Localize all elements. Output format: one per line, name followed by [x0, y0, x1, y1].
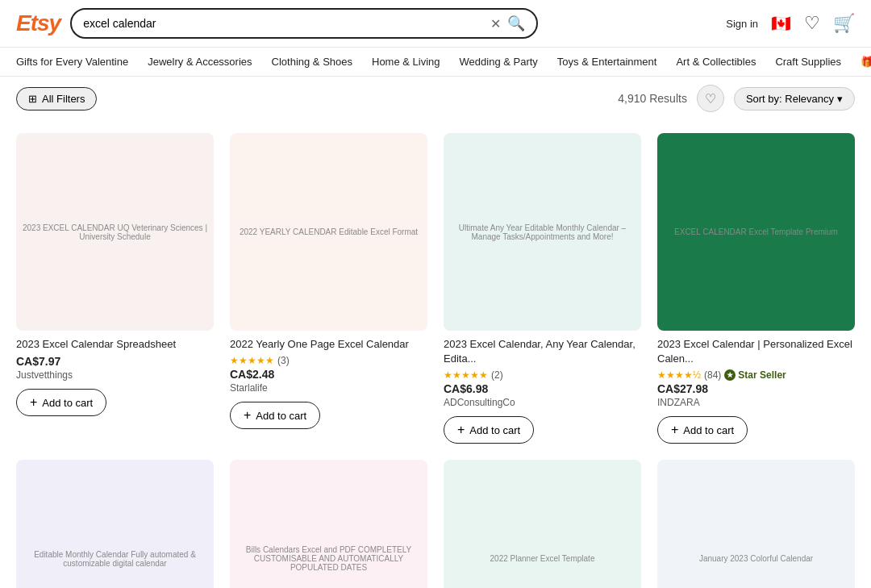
search-bar: ✕ 🔍: [70, 8, 538, 39]
sort-label: Sort by: Relevancy: [746, 93, 834, 105]
products-grid: 2023 EXCEL CALENDAR UQ Veterinary Scienc…: [0, 120, 871, 588]
product-price: CA$2.48: [230, 368, 427, 381]
search-input[interactable]: [83, 17, 484, 30]
header: Etsy ✕ 🔍 Sign in 🇨🇦 ♡ 🛒: [0, 0, 871, 48]
nav-item[interactable]: 🎁 Gifts: [861, 56, 871, 68]
product-seller: Starlalife: [230, 382, 427, 394]
results-count: 4,910 Results: [618, 92, 687, 105]
nav-item[interactable]: Gifts for Every Valentine: [16, 56, 128, 68]
review-count: (84): [704, 369, 721, 381]
product-title: 2022 Yearly One Page Excel Calendar: [230, 337, 427, 352]
cart-icon[interactable]: 🛒: [833, 13, 855, 34]
product-info: 2022 Yearly One Page Excel Calendar★★★★★…: [230, 337, 427, 429]
product-info: 2023 Excel Calendar SpreadsheetCA$7.97Ju…: [16, 337, 214, 416]
nav-item[interactable]: Wedding & Party: [460, 56, 538, 68]
add-to-cart-label: Add to cart: [469, 424, 520, 436]
nav-item[interactable]: Craft Supplies: [775, 56, 841, 68]
product-card[interactable]: January 2023 Colorful CalendarColorful E…: [657, 460, 855, 588]
price-current: CA$27.98: [657, 382, 708, 395]
filter-icon: ⊞: [28, 93, 37, 105]
product-image-placeholder: Ultimate Any Year Editable Monthly Calen…: [444, 133, 641, 331]
sign-in-link[interactable]: Sign in: [726, 18, 758, 30]
product-image: 2023 EXCEL CALENDAR UQ Veterinary Scienc…: [16, 133, 214, 331]
product-image: 2022 Planner Excel Template: [444, 460, 641, 588]
product-seller: Justvetthings: [16, 369, 214, 381]
nav-item[interactable]: Art & Collectibles: [676, 56, 756, 68]
product-image: Bills Calendars Excel and PDF COMPLETELY…: [230, 460, 427, 588]
header-actions: Sign in 🇨🇦 ♡ 🛒: [726, 13, 855, 34]
product-image-placeholder: 2022 Planner Excel Template: [444, 460, 641, 588]
plus-icon: +: [244, 408, 251, 423]
product-image: 2022 YEARLY CALENDAR Editable Excel Form…: [230, 133, 427, 331]
add-to-cart-label: Add to cart: [256, 410, 306, 422]
product-info: 2023 Excel Calendar | Personalized Excel…: [657, 337, 855, 444]
product-image-placeholder: 2022 YEARLY CALENDAR Editable Excel Form…: [230, 133, 427, 331]
product-image: Editable Monthly Calendar Fully automate…: [16, 460, 214, 588]
review-count: (2): [491, 369, 503, 381]
star-rating: ★★★★½: [657, 369, 701, 381]
product-price: CA$27.98: [657, 382, 855, 395]
plus-icon: +: [671, 423, 678, 437]
price-current: CA$2.48: [230, 368, 274, 381]
product-card[interactable]: 2022 YEARLY CALENDAR Editable Excel Form…: [230, 133, 427, 444]
product-image: Ultimate Any Year Editable Monthly Calen…: [444, 133, 641, 331]
add-to-cart-button[interactable]: +Add to cart: [444, 416, 534, 444]
save-search-button[interactable]: ♡: [697, 85, 724, 112]
nav-item[interactable]: Jewelry & Accessories: [148, 56, 252, 68]
product-title: 2023 Excel Calendar | Personalized Excel…: [657, 337, 855, 366]
rating-row: ★★★★½(84)★ Star Seller: [657, 369, 855, 381]
product-image-placeholder: Editable Monthly Calendar Fully automate…: [16, 460, 214, 588]
product-price: CA$7.97: [16, 355, 214, 368]
product-seller: ADConsultingCo: [444, 397, 641, 408]
product-image: January 2023 Colorful Calendar: [657, 460, 855, 588]
nav-item[interactable]: Clothing & Shoes: [272, 56, 352, 68]
product-image: EXCEL CALENDAR Excel Template Premium: [657, 133, 855, 331]
add-to-cart-button[interactable]: +Add to cart: [16, 389, 106, 416]
add-to-cart-button[interactable]: +Add to cart: [230, 402, 320, 429]
nav-item[interactable]: Home & Living: [372, 56, 440, 68]
main-nav: Gifts for Every ValentineJewelry & Acces…: [0, 48, 871, 77]
product-title: 2023 Excel Calendar Spreadsheet: [16, 337, 214, 352]
product-card[interactable]: 2023 EXCEL CALENDAR UQ Veterinary Scienc…: [16, 133, 214, 444]
product-card[interactable]: Editable Monthly Calendar Fully automate…: [16, 460, 214, 588]
search-submit-icon[interactable]: 🔍: [507, 15, 525, 32]
add-to-cart-label: Add to cart: [42, 397, 93, 409]
star-rating: ★★★★★: [230, 355, 274, 366]
rating-row: ★★★★★(3): [230, 355, 427, 366]
rating-row: ★★★★★(2): [444, 369, 641, 381]
price-current: CA$7.97: [16, 355, 60, 368]
plus-icon: +: [30, 395, 37, 410]
logo[interactable]: Etsy: [16, 10, 60, 36]
sort-arrow-icon: ▾: [837, 93, 843, 105]
add-to-cart-label: Add to cart: [683, 424, 734, 436]
sort-button[interactable]: Sort by: Relevancy ▾: [734, 87, 855, 111]
star-rating: ★★★★★: [444, 369, 488, 381]
star-seller-badge: ★ Star Seller: [724, 369, 786, 381]
search-clear-icon[interactable]: ✕: [490, 16, 501, 31]
product-info: 2023 Excel Calendar, Any Year Calendar, …: [444, 337, 641, 444]
product-image-placeholder: January 2023 Colorful Calendar: [657, 460, 855, 588]
product-card[interactable]: Ultimate Any Year Editable Monthly Calen…: [444, 133, 641, 444]
review-count: (3): [277, 355, 290, 366]
flag-icon[interactable]: 🇨🇦: [771, 14, 791, 33]
price-current: CA$6.98: [444, 382, 488, 395]
product-seller: INDZARA: [657, 397, 855, 408]
toolbar: ⊞ All Filters 4,910 Results ♡ Sort by: R…: [0, 77, 871, 120]
product-card[interactable]: Bills Calendars Excel and PDF COMPLETELY…: [230, 460, 427, 588]
favorites-icon[interactable]: ♡: [804, 13, 820, 34]
nav-item[interactable]: Toys & Entertainment: [557, 56, 657, 68]
product-image-placeholder: 2023 EXCEL CALENDAR UQ Veterinary Scienc…: [16, 133, 214, 331]
product-card[interactable]: EXCEL CALENDAR Excel Template Premium202…: [657, 133, 855, 444]
add-to-cart-button[interactable]: +Add to cart: [657, 416, 748, 444]
product-title: 2023 Excel Calendar, Any Year Calendar, …: [444, 337, 641, 366]
filter-label: All Filters: [42, 93, 85, 105]
product-price: CA$6.98: [444, 382, 641, 395]
product-card[interactable]: 2022 Planner Excel Template2023 Calendar…: [444, 460, 641, 588]
all-filters-button[interactable]: ⊞ All Filters: [16, 87, 97, 111]
product-image-placeholder: Bills Calendars Excel and PDF COMPLETELY…: [230, 460, 427, 588]
plus-icon: +: [457, 423, 465, 437]
product-image-placeholder: EXCEL CALENDAR Excel Template Premium: [657, 133, 855, 331]
